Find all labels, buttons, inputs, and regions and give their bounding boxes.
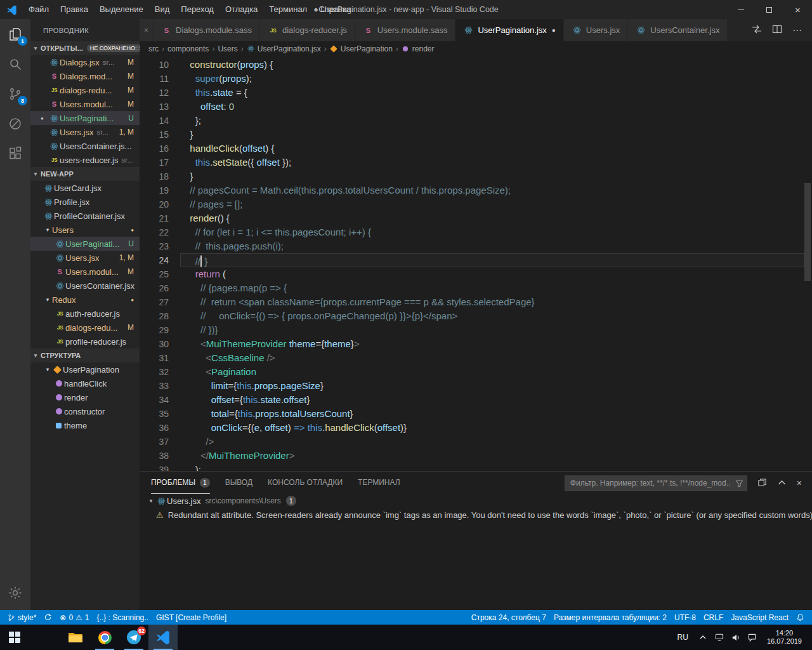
file-item[interactable]: UserPaginati...U: [30, 237, 140, 251]
line-number[interactable]: 33: [140, 379, 169, 393]
section-open-editors[interactable]: ▾ ОТКРЫТЫ... НЕ СОХРАНЕНО: 1: [30, 41, 140, 55]
line-number[interactable]: 14: [140, 114, 169, 128]
line-number[interactable]: 29: [140, 323, 169, 337]
outline-item[interactable]: render: [30, 390, 140, 404]
line-number[interactable]: 15: [140, 128, 169, 142]
editor-tab[interactable]: Users.jsx: [564, 19, 628, 41]
line-number[interactable]: 18: [140, 169, 169, 183]
breadcrumb-item[interactable]: render: [402, 44, 435, 53]
open-editor-item[interactable]: SUsers.modul...M: [30, 97, 140, 111]
menu-item[interactable]: Отладка: [219, 0, 263, 19]
code-line[interactable]: 17 this.setState({ offset });: [140, 156, 812, 169]
file-item[interactable]: Profile.jsx: [30, 195, 140, 209]
code-line[interactable]: 33 limit={this.props.pageSize}: [140, 379, 812, 393]
code-line[interactable]: 27 // return <span className={props.curr…: [140, 295, 812, 309]
line-number[interactable]: 23: [140, 239, 169, 253]
code-line[interactable]: 29 // })}: [140, 323, 812, 337]
line-number[interactable]: 16: [140, 142, 169, 156]
line-number[interactable]: 27: [140, 295, 169, 309]
line-number[interactable]: 36: [140, 421, 169, 435]
menu-item[interactable]: Вид: [149, 0, 176, 19]
editor-tab[interactable]: UsersContainer.jsx: [628, 19, 728, 41]
minimize-button[interactable]: [726, 0, 755, 19]
line-number[interactable]: 28: [140, 309, 169, 323]
code-line[interactable]: 18 }: [140, 169, 812, 183]
code-line[interactable]: 28 // onClick={() => { props.onPageChang…: [140, 309, 812, 323]
folder-item[interactable]: ▾Redux●: [30, 293, 140, 307]
line-number[interactable]: 31: [140, 351, 169, 365]
breadcrumb-item[interactable]: UserPagination.jsx: [247, 44, 321, 53]
debug-icon[interactable]: [0, 109, 30, 138]
dirty-indicator-icon[interactable]: ●: [552, 27, 556, 34]
volume-tray-icon[interactable]: [728, 625, 744, 650]
compare-changes-icon[interactable]: [752, 24, 762, 37]
line-number[interactable]: 34: [140, 393, 169, 407]
start-button[interactable]: [0, 625, 29, 650]
close-panel-icon[interactable]: ×: [797, 478, 802, 488]
maximize-panel-icon[interactable]: [778, 479, 786, 487]
file-item[interactable]: Users.jsx1, M: [30, 251, 140, 265]
clock[interactable]: 14:20 16.07.2019: [761, 629, 808, 646]
cursor-position-button[interactable]: Строка 24, столбец 7: [468, 610, 550, 625]
editor-tab[interactable]: SDialogs.module.sass: [154, 19, 260, 41]
file-item[interactable]: JSprofile-reducer.js: [30, 335, 140, 348]
code-line[interactable]: 16 handleClick(offset) {: [140, 142, 812, 156]
split-editor-icon[interactable]: [772, 24, 782, 37]
code-line[interactable]: 11 super(props);: [140, 72, 812, 86]
breadcrumb-item[interactable]: Users: [218, 44, 237, 53]
open-editor-item[interactable]: Users.jsxsr...1, M: [30, 125, 140, 139]
breadcrumb-item[interactable]: src: [148, 44, 159, 53]
panel-tab-output[interactable]: ВЫВОД: [225, 472, 252, 494]
outline-item[interactable]: handleClick: [30, 376, 140, 390]
search-icon[interactable]: [0, 49, 30, 79]
line-number[interactable]: 22: [140, 225, 169, 239]
line-number[interactable]: 17: [140, 156, 169, 169]
scanning-status[interactable]: {..} : Scanning..: [93, 610, 152, 625]
code-line[interactable]: 36 onClick={(e, offset) => this.handleCl…: [140, 421, 812, 435]
problems-filter-input[interactable]: [565, 475, 747, 491]
more-actions-icon[interactable]: ⋯: [792, 25, 802, 36]
code-line[interactable]: 32 <Pagination: [140, 365, 812, 379]
menu-item[interactable]: Переход: [175, 0, 219, 19]
code-line[interactable]: 37 />: [140, 435, 812, 449]
open-editor-item[interactable]: UsersContainer.js...: [30, 139, 140, 153]
file-explorer-taskbar-icon[interactable]: [61, 625, 90, 650]
language-indicator[interactable]: RU: [671, 633, 695, 642]
file-item[interactable]: SUsers.modul...M: [30, 265, 140, 279]
open-editor-item[interactable]: Dialogs.jsxsr...M: [30, 55, 140, 69]
language-mode-button[interactable]: JavaScript React: [727, 610, 792, 625]
indentation-button[interactable]: Размер интервала табуляции: 2: [550, 610, 671, 625]
problem-warning-row[interactable]: ⚠ Redundant alt attribute. Screen-reader…: [140, 508, 812, 522]
outline-item[interactable]: theme: [30, 418, 140, 432]
file-item[interactable]: ProfileContainer.jsx: [30, 209, 140, 223]
code-line[interactable]: 24 // }: [140, 253, 812, 267]
gist-button[interactable]: GIST [Create Profile]: [152, 610, 230, 625]
code-line[interactable]: 34 offset={this.state.offset}: [140, 393, 812, 407]
code-line[interactable]: 20 // pages = [];: [140, 197, 812, 211]
file-item[interactable]: UsersContainer.jsx: [30, 279, 140, 293]
chrome-taskbar-icon[interactable]: [90, 625, 119, 650]
vscode-taskbar-icon[interactable]: [148, 625, 178, 650]
editor-tab[interactable]: JSdialogs-reducer.js: [260, 19, 355, 41]
menu-item[interactable]: Выделение: [94, 0, 149, 19]
panel-tab-debug-console[interactable]: КОНСОЛЬ ОТЛАДКИ: [268, 472, 343, 494]
section-outline[interactable]: ▾ СТРУКТУРА: [30, 348, 140, 362]
eol-button[interactable]: CRLF: [700, 610, 727, 625]
filter-icon[interactable]: [735, 479, 743, 490]
breadcrumb-item[interactable]: components: [167, 44, 209, 53]
line-number[interactable]: 20: [140, 197, 169, 211]
panel-tab-terminal[interactable]: ТЕРМИНАЛ: [358, 472, 400, 494]
line-number[interactable]: 35: [140, 407, 169, 421]
menu-item[interactable]: Файл: [23, 0, 55, 19]
line-number[interactable]: 13: [140, 100, 169, 114]
line-number[interactable]: 21: [140, 211, 169, 225]
sync-button[interactable]: [40, 610, 56, 625]
code-line[interactable]: 23 // this.pages.push(i);: [140, 239, 812, 253]
code-line[interactable]: 10 constructor(props) {: [140, 58, 812, 72]
hidden-icons-chevron-icon[interactable]: [695, 625, 711, 650]
code-line[interactable]: 14 };: [140, 114, 812, 128]
git-branch-button[interactable]: style*: [4, 610, 40, 625]
explorer-icon[interactable]: 1: [0, 19, 30, 49]
line-number[interactable]: 38: [140, 449, 169, 463]
code-line[interactable]: 35 total={this.props.totalUsersCount}: [140, 407, 812, 421]
